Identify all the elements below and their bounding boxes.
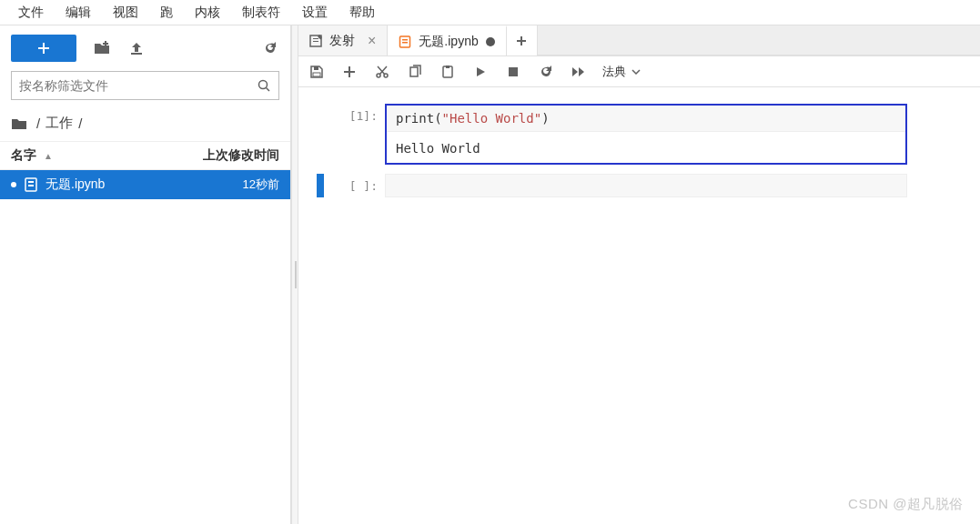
refresh-icon[interactable] [261, 39, 279, 57]
svg-rect-12 [313, 73, 320, 76]
paste-button[interactable] [439, 63, 457, 81]
svg-rect-15 [410, 67, 418, 76]
menu-file[interactable]: 文件 [7, 1, 55, 25]
header-name-label[interactable]: 名字 [11, 147, 36, 164]
code-cell[interactable]: [1]: print("Hello World") Hello World [298, 104, 980, 165]
tab-label: 发射 [329, 33, 355, 49]
tab-label: 无题.ipynb [419, 34, 478, 50]
file-browser-sidebar: / 工作 / 名字 ▲ 上次修改时间 无题.ipynb 12秒前 [0, 25, 291, 524]
filter-files-box [11, 71, 279, 100]
cell-prompt: [ ]: [335, 174, 385, 197]
menu-bar: 文件 编辑 视图 跑 内核 制表符 设置 帮助 [0, 0, 980, 25]
folder-icon [11, 117, 27, 130]
split-handle[interactable] [291, 25, 298, 524]
plus-icon [343, 66, 356, 78]
svg-rect-6 [28, 185, 34, 186]
breadcrumb-item[interactable]: 工作 [45, 115, 73, 132]
add-tab-button[interactable] [507, 25, 538, 55]
svg-rect-9 [402, 39, 408, 41]
insert-cell-button[interactable] [340, 63, 359, 81]
notebook-body: [1]: print("Hello World") Hello World [ … [298, 87, 980, 524]
cell-gutter [317, 174, 324, 197]
notebook-toolbar: 法典 [298, 56, 980, 87]
file-name-label: 无题.ipynb [45, 176, 243, 193]
new-launcher-button[interactable] [11, 35, 76, 62]
save-button[interactable] [308, 63, 326, 81]
upload-icon[interactable] [127, 39, 146, 57]
svg-rect-11 [314, 66, 318, 70]
cut-icon [375, 65, 389, 79]
menu-run[interactable]: 跑 [149, 1, 184, 25]
notebook-file-icon [24, 177, 38, 192]
editor-area: 发射 × 无题.ipynb [298, 25, 980, 524]
code-cell[interactable]: [ ]: [298, 174, 980, 197]
copy-button[interactable] [406, 63, 424, 81]
run-all-button[interactable] [570, 63, 588, 81]
svg-point-2 [259, 81, 268, 89]
dirty-indicator-icon [486, 37, 495, 46]
search-icon [257, 78, 271, 93]
paste-icon [440, 65, 455, 79]
breadcrumb-sep: / [36, 116, 40, 131]
svg-rect-10 [402, 42, 408, 44]
plus-icon [516, 35, 527, 46]
menu-tabs[interactable]: 制表符 [231, 1, 291, 25]
menu-kernel[interactable]: 内核 [184, 1, 231, 25]
stop-icon [508, 66, 519, 77]
svg-rect-1 [103, 43, 108, 45]
launcher-icon [309, 35, 322, 47]
breadcrumb[interactable]: / 工作 / [0, 107, 290, 141]
menu-settings[interactable]: 设置 [291, 1, 338, 25]
cut-button[interactable] [373, 63, 391, 81]
chevron-down-icon [631, 69, 641, 75]
play-icon [474, 66, 487, 78]
header-modified-label[interactable]: 上次修改时间 [203, 147, 279, 164]
breadcrumb-sep: / [78, 116, 82, 131]
tab-notebook[interactable]: 无题.ipynb [388, 25, 506, 55]
close-icon[interactable]: × [368, 33, 376, 49]
new-folder-icon[interactable] [93, 39, 111, 57]
svg-rect-5 [28, 181, 34, 183]
code-output: Hello World [387, 132, 905, 163]
file-list-header: 名字 ▲ 上次修改时间 [0, 141, 290, 170]
cell-highlight-box: print("Hello World") Hello World [385, 104, 907, 165]
filter-files-input[interactable] [19, 78, 257, 93]
menu-edit[interactable]: 编辑 [55, 1, 102, 25]
cell-prompt: [1]: [335, 104, 385, 165]
running-indicator-icon [11, 182, 16, 187]
restart-button[interactable] [537, 63, 555, 81]
save-icon [309, 65, 324, 79]
menu-help[interactable]: 帮助 [338, 1, 386, 25]
watermark-text: CSDN @超凡脱俗 [848, 496, 964, 513]
cell-type-label: 法典 [602, 64, 626, 80]
restart-icon [539, 65, 553, 79]
stop-button[interactable] [504, 63, 522, 81]
plus-icon [36, 41, 51, 55]
cell-type-dropdown[interactable]: 法典 [602, 64, 641, 80]
tab-bar: 发射 × 无题.ipynb [298, 25, 980, 56]
run-button[interactable] [471, 63, 490, 81]
svg-line-3 [267, 88, 270, 92]
file-row[interactable]: 无题.ipynb 12秒前 [0, 170, 290, 199]
svg-rect-17 [446, 66, 450, 68]
file-modified-label: 12秒前 [243, 176, 279, 193]
menu-view[interactable]: 视图 [102, 1, 149, 25]
copy-icon [408, 65, 422, 79]
fast-forward-icon [571, 66, 586, 78]
notebook-tab-icon [399, 35, 411, 48]
code-input[interactable]: print("Hello World") [387, 106, 905, 132]
tab-launcher[interactable]: 发射 × [298, 25, 388, 55]
code-input[interactable] [385, 174, 907, 197]
sort-caret-icon: ▲ [44, 151, 53, 161]
svg-rect-18 [509, 67, 518, 76]
sidebar-toolbar [0, 25, 290, 71]
cell-gutter [317, 104, 324, 165]
